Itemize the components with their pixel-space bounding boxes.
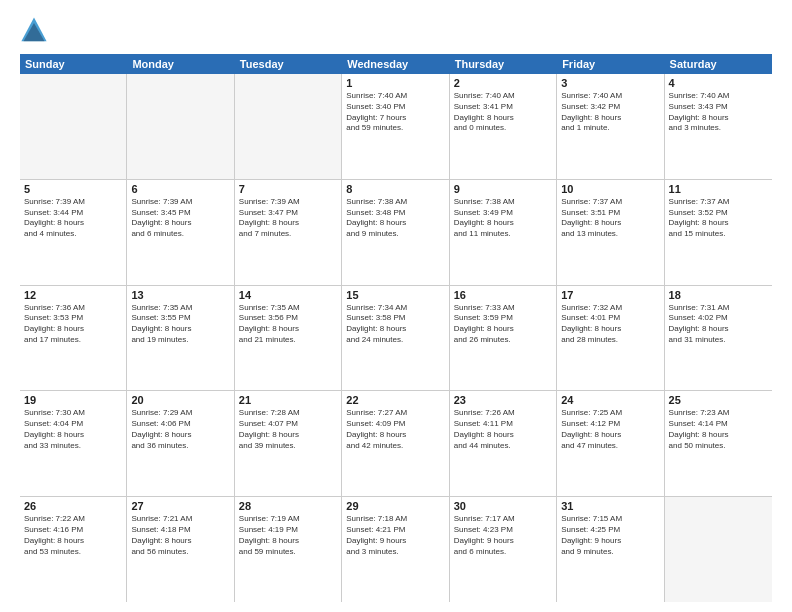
cell-info: Sunrise: 7:21 AM Sunset: 4:18 PM Dayligh… (131, 514, 229, 557)
calendar-week-2: 5Sunrise: 7:39 AM Sunset: 3:44 PM Daylig… (20, 180, 772, 286)
day-number: 2 (454, 77, 552, 89)
calendar-week-1: 1Sunrise: 7:40 AM Sunset: 3:40 PM Daylig… (20, 74, 772, 180)
day-number: 15 (346, 289, 444, 301)
cell-info: Sunrise: 7:32 AM Sunset: 4:01 PM Dayligh… (561, 303, 659, 346)
day-number: 24 (561, 394, 659, 406)
calendar-header: SundayMondayTuesdayWednesdayThursdayFrid… (20, 54, 772, 74)
day-number: 26 (24, 500, 122, 512)
cell-info: Sunrise: 7:35 AM Sunset: 3:55 PM Dayligh… (131, 303, 229, 346)
cell-info: Sunrise: 7:19 AM Sunset: 4:19 PM Dayligh… (239, 514, 337, 557)
cell-info: Sunrise: 7:40 AM Sunset: 3:42 PM Dayligh… (561, 91, 659, 134)
cell-info: Sunrise: 7:18 AM Sunset: 4:21 PM Dayligh… (346, 514, 444, 557)
calendar-cell: 20Sunrise: 7:29 AM Sunset: 4:06 PM Dayli… (127, 391, 234, 496)
calendar-week-4: 19Sunrise: 7:30 AM Sunset: 4:04 PM Dayli… (20, 391, 772, 497)
calendar-cell: 15Sunrise: 7:34 AM Sunset: 3:58 PM Dayli… (342, 286, 449, 391)
calendar-cell: 16Sunrise: 7:33 AM Sunset: 3:59 PM Dayli… (450, 286, 557, 391)
cell-info: Sunrise: 7:34 AM Sunset: 3:58 PM Dayligh… (346, 303, 444, 346)
day-number: 29 (346, 500, 444, 512)
header-day-thursday: Thursday (450, 54, 557, 74)
day-number: 31 (561, 500, 659, 512)
day-number: 20 (131, 394, 229, 406)
day-number: 19 (24, 394, 122, 406)
calendar-cell: 9Sunrise: 7:38 AM Sunset: 3:49 PM Daylig… (450, 180, 557, 285)
calendar-cell: 18Sunrise: 7:31 AM Sunset: 4:02 PM Dayli… (665, 286, 772, 391)
day-number: 7 (239, 183, 337, 195)
calendar-cell (127, 74, 234, 179)
day-number: 10 (561, 183, 659, 195)
cell-info: Sunrise: 7:39 AM Sunset: 3:45 PM Dayligh… (131, 197, 229, 240)
day-number: 16 (454, 289, 552, 301)
calendar-cell: 10Sunrise: 7:37 AM Sunset: 3:51 PM Dayli… (557, 180, 664, 285)
cell-info: Sunrise: 7:33 AM Sunset: 3:59 PM Dayligh… (454, 303, 552, 346)
cell-info: Sunrise: 7:15 AM Sunset: 4:25 PM Dayligh… (561, 514, 659, 557)
header-day-wednesday: Wednesday (342, 54, 449, 74)
day-number: 8 (346, 183, 444, 195)
calendar-cell: 24Sunrise: 7:25 AM Sunset: 4:12 PM Dayli… (557, 391, 664, 496)
calendar-cell: 6Sunrise: 7:39 AM Sunset: 3:45 PM Daylig… (127, 180, 234, 285)
calendar-cell: 17Sunrise: 7:32 AM Sunset: 4:01 PM Dayli… (557, 286, 664, 391)
calendar-cell: 31Sunrise: 7:15 AM Sunset: 4:25 PM Dayli… (557, 497, 664, 602)
cell-info: Sunrise: 7:28 AM Sunset: 4:07 PM Dayligh… (239, 408, 337, 451)
cell-info: Sunrise: 7:40 AM Sunset: 3:40 PM Dayligh… (346, 91, 444, 134)
calendar-cell: 5Sunrise: 7:39 AM Sunset: 3:44 PM Daylig… (20, 180, 127, 285)
calendar-cell: 7Sunrise: 7:39 AM Sunset: 3:47 PM Daylig… (235, 180, 342, 285)
page: SundayMondayTuesdayWednesdayThursdayFrid… (0, 0, 792, 612)
calendar-cell: 2Sunrise: 7:40 AM Sunset: 3:41 PM Daylig… (450, 74, 557, 179)
day-number: 14 (239, 289, 337, 301)
cell-info: Sunrise: 7:17 AM Sunset: 4:23 PM Dayligh… (454, 514, 552, 557)
day-number: 18 (669, 289, 768, 301)
calendar-cell: 27Sunrise: 7:21 AM Sunset: 4:18 PM Dayli… (127, 497, 234, 602)
day-number: 22 (346, 394, 444, 406)
calendar-cell: 19Sunrise: 7:30 AM Sunset: 4:04 PM Dayli… (20, 391, 127, 496)
calendar-cell: 30Sunrise: 7:17 AM Sunset: 4:23 PM Dayli… (450, 497, 557, 602)
header-day-friday: Friday (557, 54, 664, 74)
cell-info: Sunrise: 7:22 AM Sunset: 4:16 PM Dayligh… (24, 514, 122, 557)
calendar-cell: 25Sunrise: 7:23 AM Sunset: 4:14 PM Dayli… (665, 391, 772, 496)
day-number: 23 (454, 394, 552, 406)
cell-info: Sunrise: 7:25 AM Sunset: 4:12 PM Dayligh… (561, 408, 659, 451)
calendar-body: 1Sunrise: 7:40 AM Sunset: 3:40 PM Daylig… (20, 74, 772, 602)
day-number: 27 (131, 500, 229, 512)
day-number: 21 (239, 394, 337, 406)
day-number: 13 (131, 289, 229, 301)
day-number: 4 (669, 77, 768, 89)
cell-info: Sunrise: 7:23 AM Sunset: 4:14 PM Dayligh… (669, 408, 768, 451)
day-number: 6 (131, 183, 229, 195)
day-number: 25 (669, 394, 768, 406)
cell-info: Sunrise: 7:39 AM Sunset: 3:47 PM Dayligh… (239, 197, 337, 240)
calendar-cell: 26Sunrise: 7:22 AM Sunset: 4:16 PM Dayli… (20, 497, 127, 602)
calendar-cell: 13Sunrise: 7:35 AM Sunset: 3:55 PM Dayli… (127, 286, 234, 391)
cell-info: Sunrise: 7:31 AM Sunset: 4:02 PM Dayligh… (669, 303, 768, 346)
cell-info: Sunrise: 7:36 AM Sunset: 3:53 PM Dayligh… (24, 303, 122, 346)
calendar-cell: 12Sunrise: 7:36 AM Sunset: 3:53 PM Dayli… (20, 286, 127, 391)
calendar-cell: 4Sunrise: 7:40 AM Sunset: 3:43 PM Daylig… (665, 74, 772, 179)
calendar-week-3: 12Sunrise: 7:36 AM Sunset: 3:53 PM Dayli… (20, 286, 772, 392)
cell-info: Sunrise: 7:37 AM Sunset: 3:52 PM Dayligh… (669, 197, 768, 240)
calendar-cell: 11Sunrise: 7:37 AM Sunset: 3:52 PM Dayli… (665, 180, 772, 285)
day-number: 17 (561, 289, 659, 301)
cell-info: Sunrise: 7:38 AM Sunset: 3:49 PM Dayligh… (454, 197, 552, 240)
day-number: 11 (669, 183, 768, 195)
cell-info: Sunrise: 7:29 AM Sunset: 4:06 PM Dayligh… (131, 408, 229, 451)
calendar-cell (665, 497, 772, 602)
header-day-monday: Monday (127, 54, 234, 74)
calendar-cell: 21Sunrise: 7:28 AM Sunset: 4:07 PM Dayli… (235, 391, 342, 496)
calendar-cell: 3Sunrise: 7:40 AM Sunset: 3:42 PM Daylig… (557, 74, 664, 179)
day-number: 12 (24, 289, 122, 301)
cell-info: Sunrise: 7:26 AM Sunset: 4:11 PM Dayligh… (454, 408, 552, 451)
cell-info: Sunrise: 7:37 AM Sunset: 3:51 PM Dayligh… (561, 197, 659, 240)
day-number: 3 (561, 77, 659, 89)
day-number: 5 (24, 183, 122, 195)
calendar-cell (235, 74, 342, 179)
day-number: 28 (239, 500, 337, 512)
calendar-cell (20, 74, 127, 179)
logo (20, 16, 52, 44)
calendar-cell: 1Sunrise: 7:40 AM Sunset: 3:40 PM Daylig… (342, 74, 449, 179)
cell-info: Sunrise: 7:40 AM Sunset: 3:43 PM Dayligh… (669, 91, 768, 134)
cell-info: Sunrise: 7:30 AM Sunset: 4:04 PM Dayligh… (24, 408, 122, 451)
header-day-sunday: Sunday (20, 54, 127, 74)
day-number: 30 (454, 500, 552, 512)
calendar: SundayMondayTuesdayWednesdayThursdayFrid… (20, 54, 772, 602)
cell-info: Sunrise: 7:39 AM Sunset: 3:44 PM Dayligh… (24, 197, 122, 240)
cell-info: Sunrise: 7:27 AM Sunset: 4:09 PM Dayligh… (346, 408, 444, 451)
